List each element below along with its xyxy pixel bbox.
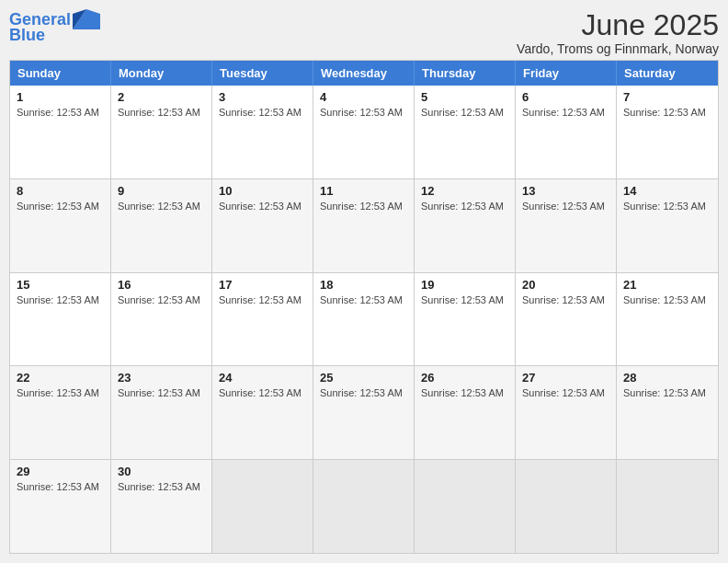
day-cell: 19Sunrise: 12:53 AM — [415, 273, 516, 366]
day-number: 11 — [320, 184, 407, 198]
sunrise-text: Sunrise: 12:53 AM — [320, 387, 407, 398]
day-cell — [313, 460, 415, 553]
day-cell: 8Sunrise: 12:53 AM — [10, 179, 111, 272]
day-number: 16 — [118, 278, 205, 292]
day-cell — [415, 460, 516, 553]
day-cell: 27Sunrise: 12:53 AM — [516, 366, 617, 459]
day-number: 13 — [522, 184, 609, 198]
day-cell: 25Sunrise: 12:53 AM — [313, 366, 415, 459]
day-cell: 22Sunrise: 12:53 AM — [10, 366, 111, 459]
weeks-container: 1Sunrise: 12:53 AM2Sunrise: 12:53 AM3Sun… — [10, 86, 718, 553]
page: General Blue June 2025 Vardo, Troms og F… — [0, 0, 728, 563]
day-cell: 5Sunrise: 12:53 AM — [415, 86, 516, 178]
sunrise-text: Sunrise: 12:53 AM — [522, 387, 609, 398]
sunrise-text: Sunrise: 12:53 AM — [118, 107, 205, 118]
week-row-2: 8Sunrise: 12:53 AM9Sunrise: 12:53 AM10Su… — [10, 178, 718, 272]
sunrise-text: Sunrise: 12:53 AM — [17, 107, 104, 118]
sunrise-text: Sunrise: 12:53 AM — [320, 107, 407, 118]
sunrise-text: Sunrise: 12:53 AM — [17, 201, 104, 212]
day-cell: 4Sunrise: 12:53 AM — [313, 86, 415, 178]
calendar: Sunday Monday Tuesday Wednesday Thursday… — [9, 60, 719, 554]
sunrise-text: Sunrise: 12:53 AM — [118, 201, 205, 212]
day-number: 1 — [17, 90, 104, 104]
column-headers: Sunday Monday Tuesday Wednesday Thursday… — [10, 61, 718, 86]
day-number: 24 — [219, 371, 306, 385]
col-sunday: Sunday — [10, 61, 111, 86]
sunrise-text: Sunrise: 12:53 AM — [421, 107, 508, 118]
logo: General Blue — [9, 9, 100, 45]
logo-blue: Blue — [9, 26, 45, 45]
day-cell: 1Sunrise: 12:53 AM — [10, 86, 111, 178]
sunrise-text: Sunrise: 12:53 AM — [17, 387, 104, 398]
sunrise-text: Sunrise: 12:53 AM — [17, 294, 104, 305]
day-number: 17 — [219, 278, 306, 292]
day-cell: 23Sunrise: 12:53 AM — [111, 366, 212, 459]
day-cell — [516, 460, 617, 553]
day-number: 5 — [421, 90, 508, 104]
day-number: 19 — [421, 278, 508, 292]
day-cell: 20Sunrise: 12:53 AM — [516, 273, 617, 366]
sunrise-text: Sunrise: 12:53 AM — [421, 294, 508, 305]
day-cell: 9Sunrise: 12:53 AM — [111, 179, 212, 272]
day-number: 28 — [623, 371, 711, 385]
sunrise-text: Sunrise: 12:53 AM — [219, 294, 306, 305]
day-number: 9 — [118, 184, 205, 198]
day-number: 29 — [17, 465, 104, 478]
day-cell: 3Sunrise: 12:53 AM — [212, 86, 313, 178]
day-cell: 28Sunrise: 12:53 AM — [617, 366, 718, 459]
day-number: 12 — [421, 184, 508, 198]
day-number: 25 — [320, 371, 407, 385]
col-saturday: Saturday — [617, 61, 718, 86]
sunrise-text: Sunrise: 12:53 AM — [522, 294, 609, 305]
day-number: 22 — [17, 371, 104, 385]
day-number: 21 — [623, 278, 711, 292]
day-cell: 24Sunrise: 12:53 AM — [212, 366, 313, 459]
day-cell: 17Sunrise: 12:53 AM — [212, 273, 313, 366]
sunrise-text: Sunrise: 12:53 AM — [118, 481, 205, 492]
day-number: 2 — [118, 90, 205, 104]
day-number: 10 — [219, 184, 306, 198]
day-number: 18 — [320, 278, 407, 292]
sunrise-text: Sunrise: 12:53 AM — [219, 387, 306, 398]
day-cell: 18Sunrise: 12:53 AM — [313, 273, 415, 366]
day-cell: 14Sunrise: 12:53 AM — [617, 179, 718, 272]
sunrise-text: Sunrise: 12:53 AM — [219, 107, 306, 118]
day-number: 6 — [522, 90, 609, 104]
day-number: 27 — [522, 371, 609, 385]
day-cell: 12Sunrise: 12:53 AM — [415, 179, 516, 272]
sunrise-text: Sunrise: 12:53 AM — [118, 294, 205, 305]
sunrise-text: Sunrise: 12:53 AM — [623, 294, 711, 305]
week-row-4: 22Sunrise: 12:53 AM23Sunrise: 12:53 AM24… — [10, 365, 718, 459]
week-row-5: 29Sunrise: 12:53 AM30Sunrise: 12:53 AM — [10, 459, 718, 553]
header: General Blue June 2025 Vardo, Troms og F… — [9, 9, 719, 56]
sunrise-text: Sunrise: 12:53 AM — [421, 201, 508, 212]
day-number: 20 — [522, 278, 609, 292]
day-number: 3 — [219, 90, 306, 104]
day-number: 30 — [118, 465, 205, 478]
sunrise-text: Sunrise: 12:53 AM — [118, 387, 205, 398]
sunrise-text: Sunrise: 12:53 AM — [522, 201, 609, 212]
day-cell: 21Sunrise: 12:53 AM — [617, 273, 718, 366]
sunrise-text: Sunrise: 12:53 AM — [320, 294, 407, 305]
day-number: 4 — [320, 90, 407, 104]
col-friday: Friday — [516, 61, 617, 86]
sunrise-text: Sunrise: 12:53 AM — [623, 387, 711, 398]
day-cell: 10Sunrise: 12:53 AM — [212, 179, 313, 272]
location: Vardo, Troms og Finnmark, Norway — [517, 41, 719, 56]
title-block: June 2025 Vardo, Troms og Finnmark, Norw… — [517, 9, 719, 56]
day-number: 23 — [118, 371, 205, 385]
day-cell: 13Sunrise: 12:53 AM — [516, 179, 617, 272]
sunrise-text: Sunrise: 12:53 AM — [320, 201, 407, 212]
logo-icon — [73, 9, 100, 29]
sunrise-text: Sunrise: 12:53 AM — [623, 201, 711, 212]
day-cell: 16Sunrise: 12:53 AM — [111, 273, 212, 366]
col-monday: Monday — [111, 61, 212, 86]
day-cell: 15Sunrise: 12:53 AM — [10, 273, 111, 366]
col-thursday: Thursday — [415, 61, 516, 86]
day-cell: 11Sunrise: 12:53 AM — [313, 179, 415, 272]
sunrise-text: Sunrise: 12:53 AM — [17, 481, 104, 492]
day-cell — [212, 460, 313, 553]
day-number: 26 — [421, 371, 508, 385]
sunrise-text: Sunrise: 12:53 AM — [522, 107, 609, 118]
day-cell — [617, 460, 718, 553]
